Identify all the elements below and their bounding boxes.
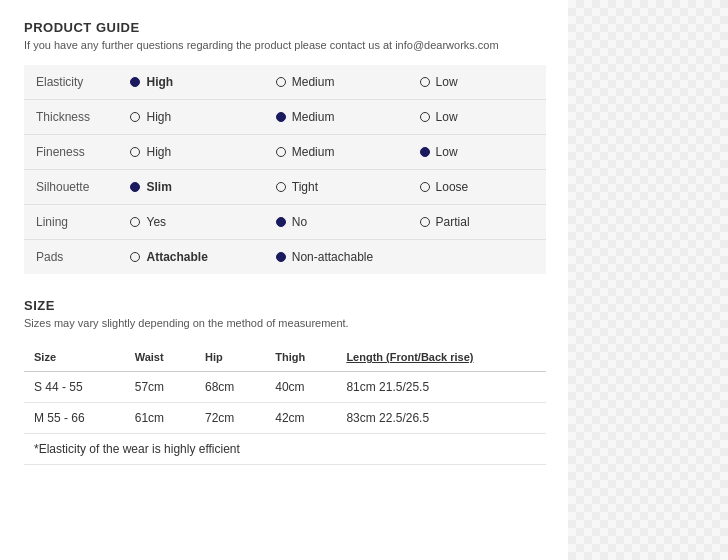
guide-row-label: Fineness	[24, 135, 118, 170]
guide-row: FinenessHighMediumLow	[24, 135, 546, 170]
guide-option-cell: High	[118, 100, 263, 135]
guide-option-cell: Yes	[118, 205, 263, 240]
guide-row-label: Pads	[24, 240, 118, 275]
radio-empty-icon	[130, 217, 140, 227]
radio-option: Slim	[130, 180, 251, 194]
radio-option: Non-attachable	[276, 250, 396, 264]
option-label: Tight	[292, 180, 318, 194]
radio-option: Medium	[276, 75, 396, 89]
radio-empty-icon	[420, 77, 430, 87]
guide-option-cell: Medium	[264, 65, 408, 100]
size-cell: 81cm 21.5/25.5	[336, 372, 546, 403]
radio-filled-icon	[130, 182, 140, 192]
guide-row: LiningYesNoPartial	[24, 205, 546, 240]
radio-empty-icon	[276, 77, 286, 87]
guide-row: ThicknessHighMediumLow	[24, 100, 546, 135]
guide-row-label: Silhouette	[24, 170, 118, 205]
size-data-row: S 44 - 5557cm68cm40cm81cm 21.5/25.5	[24, 372, 546, 403]
radio-empty-icon	[276, 182, 286, 192]
radio-empty-icon	[420, 217, 430, 227]
size-cell: 57cm	[125, 372, 195, 403]
size-column-header: Size	[24, 343, 125, 372]
radio-option: Low	[420, 145, 534, 159]
option-label: High	[146, 110, 171, 124]
guide-option-cell: Loose	[408, 170, 546, 205]
radio-empty-icon	[276, 147, 286, 157]
guide-row: ElasticityHighMediumLow	[24, 65, 546, 100]
checkered-background	[568, 0, 728, 560]
option-label: Low	[436, 75, 458, 89]
guide-option-cell: Slim	[118, 170, 263, 205]
product-guide-title: PRODUCT GUIDE	[24, 20, 546, 35]
size-table: SizeWaistHipThighLength (Front/Back rise…	[24, 343, 546, 465]
option-label: High	[146, 75, 173, 89]
option-label: Medium	[292, 145, 335, 159]
guide-option-cell: No	[264, 205, 408, 240]
option-label: Slim	[146, 180, 171, 194]
size-note: *Elasticity of the wear is highly effici…	[24, 434, 546, 465]
size-column-header: Length (Front/Back rise)	[336, 343, 546, 372]
size-cell: 42cm	[265, 403, 336, 434]
option-label: Non-attachable	[292, 250, 373, 264]
guide-row-label: Lining	[24, 205, 118, 240]
radio-empty-icon	[130, 147, 140, 157]
guide-option-cell: Low	[408, 135, 546, 170]
radio-filled-icon	[130, 77, 140, 87]
size-cell: 40cm	[265, 372, 336, 403]
guide-option-cell: Medium	[264, 135, 408, 170]
radio-option: High	[130, 110, 251, 124]
size-header-row: SizeWaistHipThighLength (Front/Back rise…	[24, 343, 546, 372]
radio-option: High	[130, 145, 251, 159]
guide-option-cell: Low	[408, 65, 546, 100]
size-subtitle: Sizes may vary slightly depending on the…	[24, 317, 546, 329]
guide-option-cell: High	[118, 65, 263, 100]
product-guide-subtitle: If you have any further questions regard…	[24, 39, 546, 51]
guide-option-cell: Partial	[408, 205, 546, 240]
option-label: Attachable	[146, 250, 207, 264]
radio-empty-icon	[130, 252, 140, 262]
radio-filled-icon	[420, 147, 430, 157]
option-label: High	[146, 145, 171, 159]
option-label: Medium	[292, 75, 335, 89]
size-cell: S 44 - 55	[24, 372, 125, 403]
radio-option: Medium	[276, 145, 396, 159]
size-title: SIZE	[24, 298, 546, 313]
guide-row-label: Thickness	[24, 100, 118, 135]
radio-empty-icon	[420, 182, 430, 192]
radio-filled-icon	[276, 112, 286, 122]
size-column-header: Hip	[195, 343, 265, 372]
size-cell: M 55 - 66	[24, 403, 125, 434]
size-column-header: Thigh	[265, 343, 336, 372]
guide-option-cell: Non-attachable	[264, 240, 408, 275]
radio-option: Attachable	[130, 250, 251, 264]
guide-option-cell: Tight	[264, 170, 408, 205]
radio-filled-icon	[276, 252, 286, 262]
radio-empty-icon	[420, 112, 430, 122]
radio-option: High	[130, 75, 251, 89]
size-section: SIZE Sizes may vary slightly depending o…	[24, 298, 546, 465]
size-data-row: M 55 - 6661cm72cm42cm83cm 22.5/26.5	[24, 403, 546, 434]
guide-row: SilhouetteSlimTightLoose	[24, 170, 546, 205]
main-content: PRODUCT GUIDE If you have any further qu…	[0, 0, 570, 495]
option-label: Medium	[292, 110, 335, 124]
size-column-header: Waist	[125, 343, 195, 372]
size-cell: 83cm 22.5/26.5	[336, 403, 546, 434]
size-cell: 72cm	[195, 403, 265, 434]
radio-option: Low	[420, 110, 534, 124]
radio-option: No	[276, 215, 396, 229]
radio-empty-icon	[130, 112, 140, 122]
option-label: Low	[436, 110, 458, 124]
option-label: No	[292, 215, 307, 229]
radio-option: Yes	[130, 215, 251, 229]
radio-option: Medium	[276, 110, 396, 124]
option-label: Loose	[436, 180, 469, 194]
option-label: Low	[436, 145, 458, 159]
guide-row-label: Elasticity	[24, 65, 118, 100]
size-cell: 68cm	[195, 372, 265, 403]
radio-filled-icon	[276, 217, 286, 227]
guide-option-cell: Medium	[264, 100, 408, 135]
radio-option: Partial	[420, 215, 534, 229]
radio-option: Low	[420, 75, 534, 89]
option-label: Partial	[436, 215, 470, 229]
option-label: Yes	[146, 215, 166, 229]
